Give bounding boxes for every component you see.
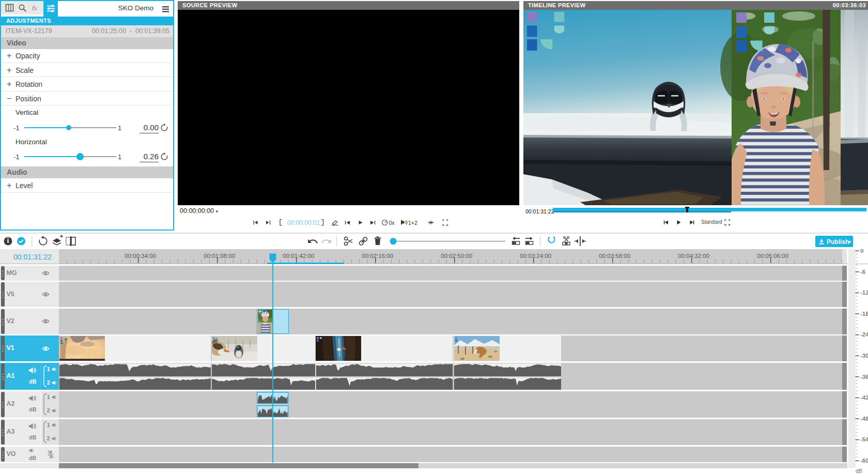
svg-text:-30: -30: [860, 353, 868, 359]
svg-text:0: 0: [860, 249, 863, 254]
svg-text:00:01:08:00: 00:01:08:00: [204, 253, 235, 259]
svg-text:-24: -24: [860, 331, 868, 338]
svg-text:00:04:32:00: 00:04:32:00: [678, 253, 709, 259]
svg-text:1+2: 1+2: [408, 220, 417, 226]
svg-text:-36: -36: [860, 374, 868, 380]
svg-text:-18: -18: [860, 311, 868, 317]
svg-text:00:02:50:00: 00:02:50:00: [441, 253, 472, 259]
svg-text:-6: -6: [860, 269, 865, 275]
svg-text:-12: -12: [860, 289, 868, 296]
svg-text:00:03:24:00: 00:03:24:00: [520, 253, 551, 259]
svg-text:00:02:16:00: 00:02:16:00: [362, 253, 393, 259]
svg-text:00:01:42:00: 00:01:42:00: [283, 253, 314, 259]
svg-text:-42: -42: [860, 394, 868, 401]
svg-text:00:00:34:00: 00:00:34:00: [125, 253, 156, 259]
svg-text:00:05:06:00: 00:05:06:00: [757, 253, 788, 259]
svg-text:-60: -60: [860, 457, 868, 464]
svg-text:-54: -54: [860, 436, 868, 442]
svg-text:00:03:58:00: 00:03:58:00: [599, 253, 630, 259]
svg-text:-48: -48: [860, 416, 868, 422]
svg-text:0x: 0x: [389, 220, 395, 226]
